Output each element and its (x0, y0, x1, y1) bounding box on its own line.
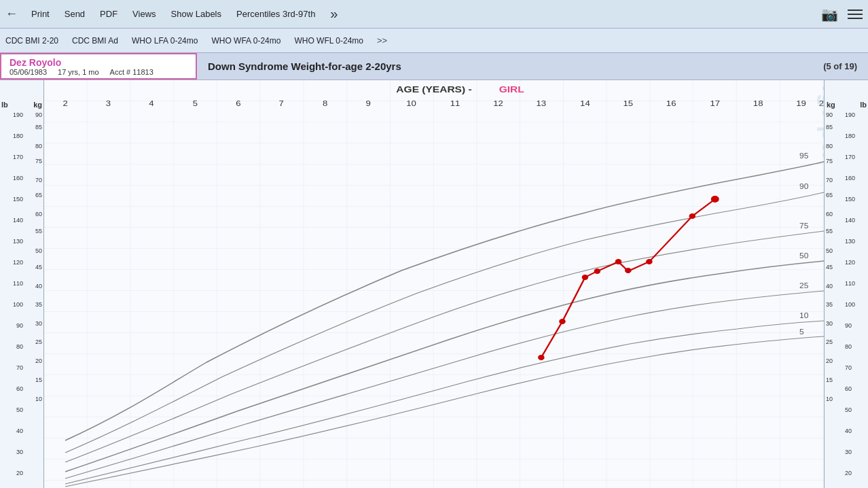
back-button[interactable]: ← (5, 7, 18, 21)
svg-text:10: 10 (406, 99, 416, 108)
toolbar-right: 📷 (821, 6, 863, 22)
svg-text:3: 3 (106, 99, 111, 108)
y-axis-right-kg: kg 90 85 80 75 70 65 60 55 50 45 40 35 3… (825, 80, 844, 488)
subnav-more[interactable]: >> (377, 34, 387, 47)
data-point-5 (615, 259, 622, 264)
y-label-lb: lb (1, 101, 8, 109)
print-button[interactable]: Print (30, 6, 51, 22)
chart-title-text: Down Syndrome Weight-for-age 2-20yrs (208, 60, 401, 72)
y-label-kg-left: kg (33, 101, 42, 109)
patient-details: 05/06/1983 17 yrs, 1 mo Acct # 11813 (10, 68, 187, 76)
chart-area: lb 190 180 170 160 150 140 130 120 110 1… (0, 80, 868, 488)
data-point-6 (625, 268, 632, 273)
svg-text:11: 11 (450, 99, 460, 108)
svg-text:90: 90 (799, 183, 808, 190)
svg-text:GIRL: GIRL (499, 84, 524, 94)
patient-name: Dez Royolo (10, 57, 187, 68)
svg-text:18: 18 (753, 99, 763, 108)
chart-pages: (5 of 19) (823, 61, 857, 71)
percentiles-button[interactable]: Percentiles 3rd-97th (235, 6, 317, 22)
y-label-lb-right: lb (860, 101, 867, 109)
patient-dob: 05/06/1983 (10, 68, 47, 76)
toolbar: ← Print Send PDF Views Show Labels Perce… (0, 0, 868, 29)
data-point-4 (594, 268, 601, 274)
svg-text:50: 50 (799, 252, 808, 260)
subnav-cdc-bmi-2-20[interactable]: CDC BMI 2-20 (5, 35, 58, 47)
svg-text:AGE (YEARS)  -: AGE (YEARS) - (396, 84, 472, 94)
chart-title-bar: Down Syndrome Weight-for-age 2-20yrs (5 … (197, 53, 868, 80)
data-point-1 (538, 355, 545, 360)
svg-text:15: 15 (623, 99, 633, 108)
subnav-cdc-bmi-ad[interactable]: CDC BMI Ad (72, 35, 118, 47)
svg-text:8: 8 (323, 99, 328, 108)
svg-text:10: 10 (799, 312, 808, 319)
svg-text:19: 19 (796, 99, 806, 108)
patient-acct: Acct # 11813 (110, 68, 153, 76)
camera-icon[interactable]: 📷 (821, 6, 838, 22)
views-button[interactable]: Views (131, 6, 157, 22)
svg-text:5: 5 (193, 99, 198, 108)
patient-age: 17 yrs, 1 mo (58, 68, 99, 76)
svg-text:5: 5 (799, 328, 804, 336)
svg-text:12: 12 (493, 99, 503, 108)
pdf-button[interactable]: PDF (98, 6, 119, 22)
y-axis-left-kg: kg 90 85 80 75 70 65 60 55 50 45 40 35 3… (24, 80, 43, 488)
data-point-9 (711, 196, 719, 203)
svg-text:6: 6 (236, 99, 241, 108)
data-point-8 (689, 213, 695, 219)
svg-text:25: 25 (799, 282, 808, 290)
svg-text:20: 20 (819, 99, 824, 108)
svg-text:75: 75 (799, 222, 808, 230)
svg-text:95: 95 (799, 152, 808, 160)
y-axis-left: lb 190 180 170 160 150 140 130 120 110 1… (0, 80, 24, 488)
menu-icon[interactable] (848, 10, 863, 19)
data-point-7 (646, 259, 653, 264)
more-button[interactable]: » (329, 3, 339, 24)
show-labels-button[interactable]: Show Labels (170, 6, 223, 22)
chart-main: AGE (YEARS) - GIRL 2 3 4 5 6 7 8 9 10 11… (43, 80, 825, 488)
data-point-3 (582, 275, 589, 280)
svg-text:14: 14 (580, 99, 590, 108)
subnav-who-wfa[interactable]: WHO WFA 0-24mo (211, 35, 281, 47)
svg-text:9: 9 (365, 99, 371, 108)
svg-text:2: 2 (62, 99, 68, 108)
subnav: CDC BMI 2-20 CDC BMI Ad WHO LFA 0-24mo W… (0, 29, 868, 53)
svg-text:13: 13 (537, 99, 547, 108)
svg-text:4: 4 (149, 99, 154, 108)
svg-text:16: 16 (666, 99, 676, 108)
patient-info: Dez Royolo 05/06/1983 17 yrs, 1 mo Acct … (0, 53, 197, 80)
svg-rect-4 (44, 80, 824, 488)
subnav-who-wfl[interactable]: WHO WFL 0-24mo (294, 35, 363, 47)
data-point-2 (559, 319, 566, 324)
subnav-who-lfa[interactable]: WHO LFA 0-24mo (132, 35, 198, 47)
patient-header: Dez Royolo 05/06/1983 17 yrs, 1 mo Acct … (0, 53, 868, 80)
svg-text:7: 7 (279, 99, 285, 108)
svg-text:17: 17 (710, 99, 720, 108)
send-button[interactable]: Send (63, 6, 86, 22)
y-label-kg-right: kg (827, 101, 835, 109)
y-axis-right-lb: lb 190 180 170 160 150 140 130 120 110 1… (844, 80, 868, 488)
